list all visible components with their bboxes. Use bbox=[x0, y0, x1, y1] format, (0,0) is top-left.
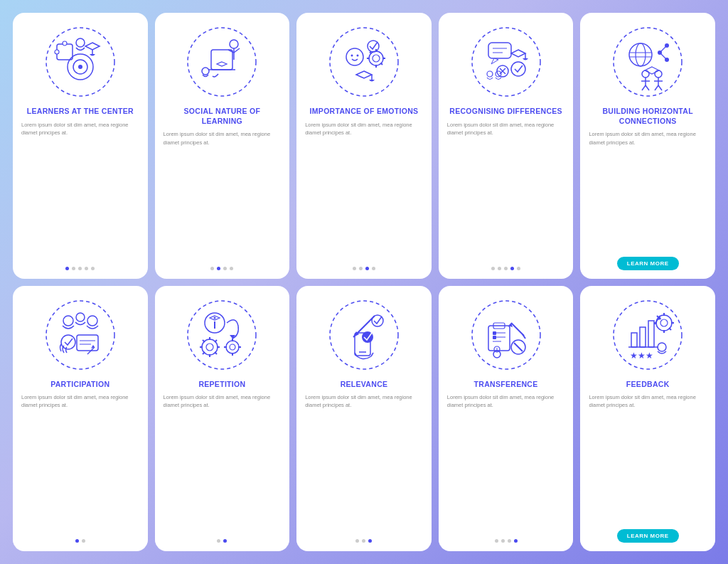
dot bbox=[372, 267, 375, 270]
dot bbox=[91, 267, 95, 270]
differences-body: Lorem ipsum dolor sit dim amet, mea regi… bbox=[447, 121, 565, 261]
dot bbox=[65, 267, 69, 270]
svg-point-94 bbox=[230, 344, 235, 350]
transference-title: TRANSFERENCE bbox=[474, 380, 538, 390]
svg-line-60 bbox=[642, 85, 646, 90]
social-nature-icon bbox=[183, 23, 261, 101]
learners-center-title: LEARNERS AT THE CENTER bbox=[27, 107, 134, 117]
dot bbox=[362, 539, 365, 543]
dot bbox=[72, 267, 75, 270]
svg-point-5 bbox=[63, 41, 67, 46]
dot bbox=[355, 539, 359, 543]
svg-point-84 bbox=[206, 344, 213, 351]
svg-point-131 bbox=[660, 319, 668, 326]
svg-line-30 bbox=[380, 63, 382, 65]
feedback-learn-more-button[interactable]: LEARN MORE bbox=[617, 529, 679, 543]
emotions-title: IMPORTANCE OF EMOTIONS bbox=[310, 107, 419, 117]
social-nature-title: SOCIAL NATURE OF LEARNING bbox=[164, 107, 282, 126]
card-feedback: ★★★ FEEDBACK Lorem ipsum dolor sit dim a… bbox=[580, 286, 715, 552]
svg-rect-125 bbox=[640, 327, 646, 347]
svg-rect-113 bbox=[493, 331, 496, 335]
learners-center-body: Lorem ipsum dolor sit dim amet, mea regi… bbox=[21, 121, 139, 261]
transference-dots bbox=[495, 539, 518, 543]
transference-icon bbox=[467, 296, 545, 374]
svg-rect-11 bbox=[211, 50, 232, 70]
card-repetition: REPETITION Lorem ipsum dolor sit dim ame… bbox=[155, 286, 290, 552]
card-emotions: IMPORTANCE OF EMOTIONS Lorem ipsum dolor… bbox=[296, 13, 432, 279]
participation-body: Lorem ipsum dolor sit dim amet, mea regi… bbox=[21, 393, 139, 533]
svg-marker-7 bbox=[85, 43, 100, 50]
dot bbox=[353, 267, 356, 270]
svg-point-21 bbox=[350, 55, 353, 57]
dot bbox=[223, 539, 227, 543]
svg-point-22 bbox=[356, 55, 358, 57]
dot bbox=[495, 539, 498, 543]
svg-point-81 bbox=[214, 316, 216, 319]
dot bbox=[504, 267, 508, 270]
svg-line-89 bbox=[203, 340, 205, 342]
svg-point-71 bbox=[87, 316, 97, 326]
svg-point-139 bbox=[658, 343, 666, 351]
learners-center-icon bbox=[41, 23, 119, 101]
svg-marker-39 bbox=[511, 50, 525, 57]
svg-point-48 bbox=[629, 43, 652, 66]
differences-title: RECOGNISING DIFFERENCES bbox=[449, 107, 562, 117]
svg-line-15 bbox=[234, 48, 240, 53]
svg-point-49 bbox=[636, 43, 646, 66]
svg-point-13 bbox=[230, 40, 238, 48]
dot bbox=[510, 267, 514, 270]
svg-point-107 bbox=[472, 301, 540, 369]
dot bbox=[508, 539, 511, 543]
dot bbox=[517, 267, 520, 270]
relevance-dots bbox=[355, 539, 372, 543]
repetition-body: Lorem ipsum dolor sit dim amet, mea regi… bbox=[164, 393, 282, 533]
relevance-body: Lorem ipsum dolor sit dim amet, mea regi… bbox=[305, 393, 423, 533]
dot bbox=[359, 267, 363, 270]
dot bbox=[75, 539, 79, 543]
learners-center-dots bbox=[65, 267, 95, 270]
svg-point-19 bbox=[330, 28, 398, 96]
svg-point-62 bbox=[655, 70, 662, 78]
emotions-body: Lorem ipsum dolor sit dim amet, mea regi… bbox=[305, 121, 423, 261]
repetition-icon bbox=[183, 296, 261, 374]
dot bbox=[501, 539, 505, 543]
dot bbox=[491, 267, 495, 270]
social-nature-body: Lorem ipsum dolor sit dim amet, mea regi… bbox=[164, 130, 282, 260]
card-connections: BUILDING HORIZONTAL CONNECTIONS Lorem ip… bbox=[580, 13, 715, 279]
svg-point-45 bbox=[487, 71, 493, 77]
svg-point-24 bbox=[373, 55, 380, 62]
svg-point-17 bbox=[202, 68, 209, 75]
svg-line-90 bbox=[215, 352, 217, 354]
repetition-title: REPETITION bbox=[198, 380, 245, 390]
svg-line-91 bbox=[215, 340, 217, 342]
svg-line-137 bbox=[669, 328, 671, 330]
feedback-body: Lorem ipsum dolor sit dim amet, mea regi… bbox=[589, 393, 707, 523]
svg-point-47 bbox=[614, 28, 682, 96]
dot bbox=[210, 267, 214, 270]
svg-marker-18 bbox=[217, 62, 227, 66]
svg-point-70 bbox=[76, 313, 85, 321]
dot bbox=[85, 267, 88, 270]
emotions-dots bbox=[353, 267, 375, 270]
svg-line-55 bbox=[660, 46, 667, 53]
svg-point-9 bbox=[76, 38, 85, 47]
connections-title: BUILDING HORIZONTAL CONNECTIONS bbox=[589, 107, 707, 126]
connections-learn-more-button[interactable]: LEARN MORE bbox=[617, 257, 679, 270]
relevance-icon bbox=[325, 296, 403, 374]
feedback-icon: ★★★ bbox=[609, 296, 687, 374]
svg-line-92 bbox=[203, 352, 205, 354]
participation-icon bbox=[41, 296, 119, 374]
dot bbox=[223, 267, 227, 270]
dot bbox=[498, 267, 501, 270]
svg-marker-31 bbox=[356, 71, 372, 78]
card-relevance: RELEVANCE Lorem ipsum dolor sit dim amet… bbox=[296, 286, 432, 552]
feedback-title: FEEDBACK bbox=[626, 380, 670, 390]
svg-line-56 bbox=[660, 53, 667, 60]
dot bbox=[514, 539, 518, 543]
svg-point-93 bbox=[226, 341, 239, 353]
svg-point-78 bbox=[188, 301, 256, 369]
svg-line-65 bbox=[655, 85, 658, 90]
svg-rect-73 bbox=[77, 335, 98, 351]
svg-rect-124 bbox=[631, 333, 637, 347]
card-differences: RECOGNISING DIFFERENCES Lorem ipsum dolo… bbox=[439, 13, 574, 279]
